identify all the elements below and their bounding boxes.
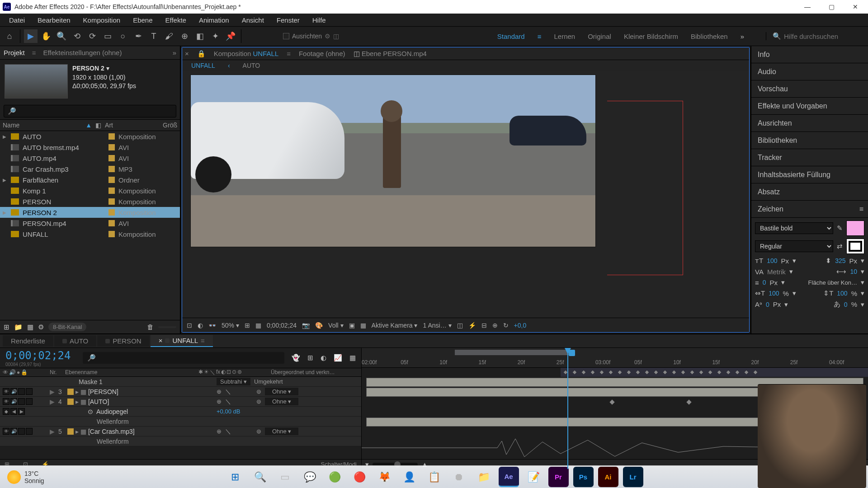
panel-absatz[interactable]: Absatz xyxy=(751,183,868,201)
fast-preview-icon[interactable]: ⚡ xyxy=(468,322,476,329)
selection-tool[interactable]: ▶ xyxy=(24,29,38,43)
project-tab[interactable]: Projekt xyxy=(4,49,25,56)
taskbar-photoshop[interactable]: Ps xyxy=(573,467,594,487)
project-item[interactable]: ▶PERSON 2Komposition xyxy=(0,207,180,218)
reset-exp-icon[interactable]: ↻ xyxy=(503,322,509,329)
font-style-dropdown[interactable]: Regular xyxy=(755,240,833,252)
taskbar-explorer[interactable]: 📁 xyxy=(474,467,494,487)
exposure-value[interactable]: +0,0 xyxy=(514,322,527,329)
project-item[interactable]: PERSONKomposition xyxy=(0,196,180,207)
weather-icon[interactable] xyxy=(7,470,21,484)
keyframe[interactable] xyxy=(686,399,691,404)
menu-komposition[interactable]: Komposition xyxy=(78,15,126,25)
graph-icon[interactable]: 📈 xyxy=(334,354,342,362)
help-search-input[interactable] xyxy=(784,33,865,40)
taskbar-obs[interactable]: ⏺ xyxy=(449,467,469,487)
menu-datei[interactable]: Datei xyxy=(4,15,30,25)
menu-bearbeiten[interactable]: Bearbeiten xyxy=(32,15,76,25)
current-time-indicator[interactable] xyxy=(567,351,568,469)
baseline-value[interactable]: 0 xyxy=(766,301,769,308)
taskbar-app1[interactable]: 👤 xyxy=(399,467,420,487)
taskbar-premiere[interactable]: Pr xyxy=(548,467,569,487)
audio-col-icon[interactable]: 🔊 xyxy=(9,369,16,375)
workspace-original[interactable]: Original xyxy=(588,33,611,40)
comp-frame[interactable] xyxy=(190,75,596,247)
col-parent[interactable]: Übergeordnet und verkn… xyxy=(271,369,361,375)
minimize-button[interactable]: — xyxy=(801,3,814,10)
guides-icon[interactable]: ▦ xyxy=(255,322,261,329)
mask-kf-row[interactable]: document.write(Array.from({length:22},()… xyxy=(561,368,868,377)
breadcrumb-auto[interactable]: AUTO xyxy=(243,62,260,69)
snapshot-icon[interactable]: 📷 xyxy=(302,322,310,329)
breadcrumb-unfall[interactable]: UNFALL xyxy=(191,62,215,69)
project-item[interactable]: AUTO.mp4AVI xyxy=(0,153,180,164)
workspace-kleiner[interactable]: Kleiner Bildschirm xyxy=(624,33,678,40)
taskbar-app2[interactable]: 📋 xyxy=(424,467,444,487)
col-size[interactable]: Größ xyxy=(163,122,177,129)
timeline-row[interactable]: ◆◀▶⊙ Audiopegel+0,00 dB xyxy=(0,407,361,417)
project-item[interactable]: PERSON.mp4AVI xyxy=(0,218,180,229)
project-search-input[interactable]: 🔎 xyxy=(4,105,176,117)
panel-info[interactable]: Info xyxy=(751,46,868,63)
color-icon[interactable]: 🎨 xyxy=(315,322,323,329)
tab-auto[interactable]: AUTO xyxy=(54,335,96,347)
timeline-icon[interactable]: ⊟ xyxy=(481,322,487,329)
time-ruler[interactable]: 02:00f05f10f15f20f25f03:00f05f10f15f20f2… xyxy=(362,348,868,368)
shy-icon[interactable]: 👻 xyxy=(292,354,300,362)
zoom-dropdown[interactable]: 50% ▾ xyxy=(222,322,239,329)
ellipse-tool[interactable]: ○ xyxy=(116,29,130,43)
pixel-icon[interactable]: ◫ xyxy=(457,322,463,329)
timeline-row[interactable]: 👁🔊▶5▸ ▦[Car Crash.mp3]⊕＼⊚Ohne ▾ xyxy=(0,427,361,436)
menu-fenster[interactable]: Fenster xyxy=(271,15,305,25)
type-tool[interactable]: T xyxy=(147,29,160,43)
panel-zeichen[interactable]: Zeichen ≡ xyxy=(751,201,868,218)
mask-icon[interactable]: 👓 xyxy=(208,322,216,329)
vscale-value[interactable]: 100 xyxy=(837,290,847,297)
menu-effekte[interactable]: Effekte xyxy=(160,15,192,25)
work-area-end-handle[interactable] xyxy=(569,350,575,356)
lock-icon[interactable]: 🔒 xyxy=(197,50,206,58)
region-icon[interactable]: ▣ xyxy=(349,322,355,329)
project-item[interactable]: AUTO bremst.mp4AVI xyxy=(0,142,180,153)
comp-tab-menu-icon[interactable]: ≡ xyxy=(287,50,291,57)
tc-display[interactable]: 0;00;02;24 xyxy=(267,322,297,329)
workspace-options-icon[interactable]: ≡ xyxy=(538,33,542,40)
close-tab-icon[interactable]: × xyxy=(185,50,189,57)
menu-animation[interactable]: Animation xyxy=(193,15,235,25)
fill-over-stroke-dropdown[interactable]: Fläche über Kon… xyxy=(808,279,857,286)
zoom-tool[interactable]: 🔍 xyxy=(55,29,68,43)
lock-col-icon[interactable]: 🔒 xyxy=(21,369,28,375)
comp-tab[interactable]: Komposition UNFALL xyxy=(214,50,278,57)
snap-options-icon[interactable]: ⚙ xyxy=(325,33,330,40)
taskbar-notepad[interactable]: 📝 xyxy=(524,467,544,487)
alpha-icon[interactable]: ⊡ xyxy=(187,322,192,329)
col-nr[interactable]: Nr. xyxy=(50,369,65,375)
timeline-row[interactable]: 👁🔊▶4▸ ▦[AUTO]⊕＼⊚Ohne ▾ xyxy=(0,397,361,407)
project-item[interactable]: ▶AUTOKomposition xyxy=(0,131,180,142)
panel-tracker[interactable]: Tracker xyxy=(751,149,868,166)
eye-col-icon[interactable]: 👁 xyxy=(3,369,8,375)
draft3d-icon[interactable]: ▦ xyxy=(349,354,356,362)
project-item[interactable]: Car Crash.mp3MP3 xyxy=(0,164,180,174)
taskbar-illustrator[interactable]: Ai xyxy=(598,467,618,487)
col-type[interactable]: Art xyxy=(105,122,159,129)
res-icon[interactable]: ⊞ xyxy=(245,322,250,329)
camera-dropdown[interactable]: Aktive Kamera ▾ xyxy=(372,322,418,329)
panel-inhaltsbasierte[interactable]: Inhaltsbasierte Füllung xyxy=(751,166,868,183)
puppet-tool[interactable]: 📌 xyxy=(224,29,237,43)
sort-icon[interactable]: ▲ xyxy=(85,122,92,129)
kerning-value[interactable]: Metrik xyxy=(767,268,786,276)
panel-effekte[interactable]: Effekte und Vorgaben xyxy=(751,98,868,115)
panel-audio[interactable]: Audio xyxy=(751,63,868,80)
hscale-value[interactable]: 100 xyxy=(769,290,779,297)
taskbar-taskview[interactable]: ▭ xyxy=(275,467,295,487)
panel-bibliotheken[interactable]: Bibliotheken xyxy=(751,132,868,149)
transparency-icon[interactable]: ▦ xyxy=(360,322,366,329)
keyframe[interactable] xyxy=(609,399,614,404)
timeline-row[interactable]: Wellenform xyxy=(0,417,361,427)
interpret-icon[interactable]: ⊞ xyxy=(4,323,9,331)
maximize-button[interactable]: ▢ xyxy=(825,3,838,10)
stroke-width-value[interactable]: 0 xyxy=(763,279,766,286)
taskbar-firefox[interactable]: 🦊 xyxy=(374,467,395,487)
taskbar-whatsapp[interactable]: 🟢 xyxy=(325,467,345,487)
